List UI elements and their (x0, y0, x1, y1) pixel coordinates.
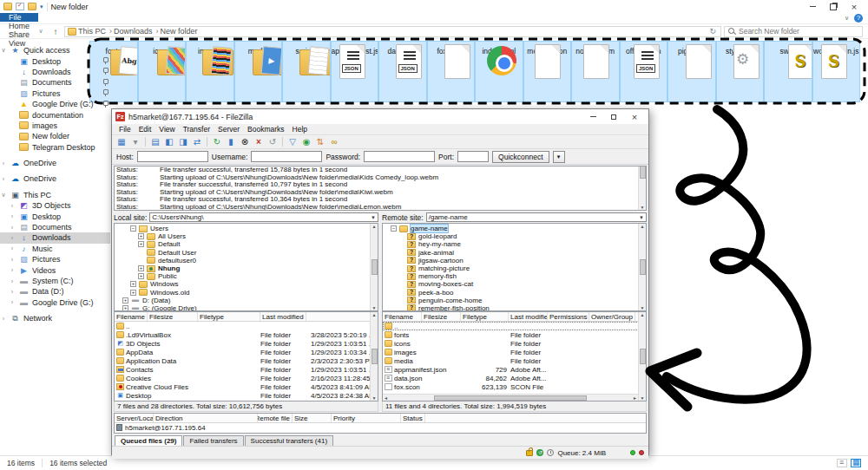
remote-tree-hey-my-name[interactable]: hey-my-name (383, 240, 646, 248)
queue-column-header[interactable]: Status (401, 414, 425, 422)
expand-chevron-icon[interactable]: › (9, 267, 16, 273)
file-row[interactable]: Contacts File folder 1/29/2023 1:03:51 .… (115, 365, 378, 374)
sidebar-item-documents-pc[interactable]: › Documents (0, 222, 110, 232)
sidebar-item-documents[interactable]: Documents (0, 77, 110, 88)
properties-icon[interactable] (16, 3, 24, 10)
site-manager-icon[interactable]: ▦ (115, 136, 128, 147)
sidebar-item-network[interactable]: › Network (0, 313, 110, 323)
expand-chevron-icon[interactable]: › (9, 235, 16, 241)
remote-site-combo[interactable]: /game-name▼ (426, 212, 647, 222)
file-tile[interactable]: images (186, 41, 234, 102)
column-header[interactable]: Last modified (509, 312, 548, 321)
expand-chevron-icon[interactable]: › (0, 316, 7, 322)
file-row[interactable]: .. (115, 322, 378, 330)
expand-chevron-icon[interactable]: › (0, 160, 7, 166)
breadcrumb-item[interactable]: New folder› (161, 27, 198, 36)
tab-failed-transfers[interactable]: Failed transfers (183, 435, 243, 446)
local-tree-users[interactable]: − Users (115, 225, 378, 232)
find-files-icon[interactable]: ∞ (328, 136, 340, 147)
column-header[interactable]: Filetype (461, 312, 509, 321)
file-row[interactable]: appmanifest.json 729 Adobe Aft... (383, 365, 646, 374)
sidebar-item-onedrive[interactable]: › OneDrive (0, 158, 110, 168)
queue-column-header[interactable]: Size (293, 414, 332, 422)
file-row[interactable]: icons File folder (383, 339, 646, 348)
file-row[interactable]: .Ld9VirtualBox File folder 3/28/2023 5:2… (115, 330, 378, 339)
cancel-operation-icon[interactable]: ⊗ (239, 136, 251, 147)
expand-box-icon[interactable]: + (122, 305, 128, 311)
file-row[interactable]: Desktop File folder 4/5/2023 8:24:38 AM (115, 391, 378, 400)
file-row[interactable]: fox.scon 623,139 SCON File (383, 382, 646, 391)
queue-column-header[interactable]: Priority (332, 414, 401, 422)
file-tile[interactable]: index.html (475, 41, 523, 102)
help-icon[interactable]: ? (854, 14, 863, 23)
tab-queued-files[interactable]: Queued files (29) (115, 435, 182, 446)
refresh-icon[interactable]: ↻ (707, 27, 718, 36)
remote-tree-peek-a-boo[interactable]: peek-a-boo (383, 289, 646, 297)
local-tree-g-google-drive[interactable]: + G: (Google Drive) (115, 304, 378, 311)
breadcrumb[interactable]: This PC›Downloads›New folder› ↻ (64, 26, 721, 37)
menu-item[interactable]: Bookmarks (244, 125, 288, 134)
details-view-icon[interactable] (837, 459, 847, 467)
expand-chevron-icon[interactable]: › (9, 289, 16, 295)
breadcrumb-item[interactable]: This PC› (78, 27, 114, 36)
sidebar-item-desktop-pc[interactable]: › Desktop (0, 211, 110, 221)
file-tile[interactable]: appmanifest.json (331, 41, 379, 102)
quick-access-toolbar-chevron-icon[interactable]: ▾ (40, 3, 43, 10)
column-header[interactable]: Filetype (198, 312, 260, 321)
toggle-queue-icon[interactable]: ⇄ (191, 136, 203, 147)
local-tree-scrollbar[interactable]: ▲▼ (370, 224, 378, 310)
search-input[interactable]: Search New folder (724, 26, 863, 37)
local-site-combo[interactable]: C:\Users\Nhung\▼ (149, 212, 378, 222)
menu-item[interactable]: File (115, 125, 135, 134)
sidebar-item-pictures[interactable]: Pictures (0, 88, 110, 99)
queue-column-header[interactable]: Remote file (258, 414, 293, 422)
file-tile[interactable]: sw.js (764, 41, 812, 102)
toolbar-separator[interactable] (205, 136, 209, 147)
menu-item[interactable]: Edit (135, 125, 155, 134)
remote-tree-game-name[interactable]: − game-name (383, 225, 646, 232)
expand-box-icon[interactable]: + (130, 290, 136, 296)
sidebar-item-telegram-desktop[interactable]: Telegram Desktop (0, 142, 110, 153)
file-tile[interactable]: media (234, 41, 283, 102)
menu-item[interactable]: Transfer (180, 125, 214, 134)
expand-chevron-icon[interactable]: › (9, 245, 16, 251)
recent-locations-chevron-icon[interactable]: ∨ (35, 28, 47, 35)
sidebar-item-onedrive-2[interactable]: › OneDrive (0, 173, 110, 184)
host-input[interactable] (137, 151, 208, 162)
toolbar-separator[interactable] (143, 136, 148, 147)
local-tree-default[interactable]: + Default (115, 240, 378, 248)
sidebar-item-desktop[interactable]: Desktop (0, 55, 110, 66)
file-tile[interactable]: offline.json (620, 41, 668, 102)
expand-box-icon[interactable]: + (138, 233, 144, 239)
compare-directories-icon[interactable]: ◉ (300, 136, 312, 147)
column-header[interactable]: Filesize (422, 312, 461, 321)
sidebar-item-pictures-pc[interactable]: › Pictures (0, 254, 110, 264)
sidebar-item-music[interactable]: › Music (0, 244, 110, 254)
username-input[interactable] (251, 151, 322, 162)
menu-item[interactable]: View (155, 125, 178, 134)
sidebar-item-google-drive[interactable]: Google Drive (G:) (0, 99, 110, 109)
remote-tree-gold-leopard[interactable]: gold-leopard (383, 232, 646, 240)
local-tree-public[interactable]: + Public (115, 272, 378, 280)
file-row[interactable]: images File folder (383, 348, 646, 356)
file-tile[interactable]: scripts (282, 41, 331, 102)
sidebar-item-images[interactable]: images (0, 121, 110, 131)
disconnect-icon[interactable]: × (253, 136, 265, 147)
back-icon[interactable]: ← (5, 27, 17, 36)
expand-chevron-icon[interactable]: ∨ (0, 192, 7, 199)
breadcrumb-item[interactable]: Downloads› (114, 27, 161, 36)
toggle-remote-tree-icon[interactable]: ◨ (177, 136, 189, 147)
toolbar-separator[interactable] (280, 136, 285, 147)
expand-chevron-icon[interactable]: › (0, 176, 7, 182)
expand-chevron-icon[interactable]: › (9, 257, 16, 263)
file-tile[interactable]: workermain.js (812, 41, 861, 102)
local-tree-windows[interactable]: + Windows (115, 280, 378, 288)
file-row[interactable]: .. (383, 322, 646, 330)
fz-minimize-button[interactable] (582, 111, 603, 123)
filter-icon[interactable]: ▽ (286, 136, 299, 147)
remote-tree-moving-boxes-cat[interactable]: moving-boxes-cat (383, 280, 646, 288)
site-manager-dropdown-icon[interactable]: ▾ (129, 136, 141, 147)
queue-column-header[interactable]: Server/Local file (115, 414, 154, 422)
column-header[interactable]: Filesize (148, 312, 198, 321)
expand-chevron-icon[interactable]: › (9, 278, 16, 284)
